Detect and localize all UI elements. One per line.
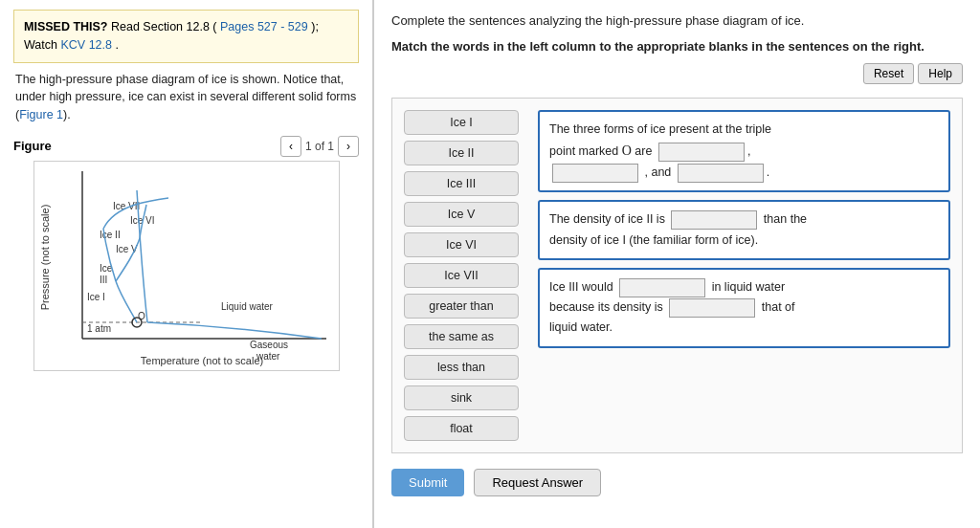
s3-text-b: in liquid water: [712, 280, 785, 294]
figure-description: The high-pressure phase diagram of ice i…: [13, 71, 359, 124]
svg-text:Pressure (not to scale): Pressure (not to scale): [39, 204, 51, 310]
pages-link[interactable]: Pages 527 - 529: [220, 20, 308, 33]
s3-text-a: Ice III would: [549, 280, 613, 294]
left-panel: MISSED THIS? Read Section 12.8 ( Pages 5…: [0, 0, 373, 528]
svg-text:Gaseous: Gaseous: [250, 340, 288, 350]
s3-text-d: that of: [762, 300, 795, 314]
blank-1c[interactable]: [678, 164, 764, 183]
s3-text-c: because its density is: [549, 300, 663, 314]
figure1-link[interactable]: Figure 1: [19, 108, 63, 121]
word-ice-vii[interactable]: Ice VII: [404, 263, 519, 288]
missed-box: MISSED THIS? Read Section 12.8 ( Pages 5…: [13, 10, 359, 63]
blank-1a[interactable]: [658, 143, 745, 162]
blank-1b[interactable]: [552, 164, 638, 183]
sentence-box-1: The three forms of ice present at the tr…: [538, 110, 950, 192]
word-less-than[interactable]: less than: [404, 355, 519, 380]
prev-button[interactable]: ‹: [280, 136, 301, 157]
s2-text-b: than the: [764, 212, 807, 226]
figure-header: Figure ‹ 1 of 1 ›: [13, 136, 359, 157]
nav-count: 1 of 1: [305, 140, 334, 153]
s2-text-a: The density of ice II is: [549, 212, 665, 226]
sentence-box-2: The density of ice II is than the densit…: [538, 200, 950, 260]
top-buttons: Reset Help: [391, 63, 963, 84]
word-same-as[interactable]: the same as: [404, 324, 519, 349]
word-ice-i[interactable]: Ice I: [404, 110, 519, 135]
word-ice-v[interactable]: Ice V: [404, 202, 519, 227]
word-ice-ii[interactable]: Ice II: [404, 141, 519, 165]
svg-text:Ice I: Ice I: [87, 292, 105, 302]
blank-3b[interactable]: [669, 298, 755, 318]
word-ice-vi[interactable]: Ice VI: [404, 232, 519, 257]
s1-text-a: The three forms of ice present at the tr…: [549, 122, 771, 136]
submit-button[interactable]: Submit: [391, 469, 464, 496]
phase-diagram-svg: Pressure (not to scale) Temperature (not…: [34, 162, 340, 371]
reset-button[interactable]: Reset: [863, 63, 914, 84]
next-button[interactable]: ›: [338, 136, 359, 157]
svg-text:1 atm: 1 atm: [87, 323, 111, 334]
svg-text:Ice VII: Ice VII: [113, 201, 140, 211]
blank-2a[interactable]: [671, 210, 757, 230]
blank-3a[interactable]: [619, 278, 705, 297]
bottom-buttons: Submit Request Answer: [391, 469, 963, 496]
phase-diagram: Pressure (not to scale) Temperature (not…: [33, 161, 340, 371]
word-bank: Ice I Ice II Ice III Ice V Ice VI Ice VI…: [404, 110, 519, 441]
s1-symbol: O: [622, 143, 632, 158]
s3-text-e: liquid water.: [549, 320, 612, 334]
missed-read: Read Section 12.8 (: [111, 20, 217, 33]
sentence-box-3: Ice III would in liquid water because it…: [538, 268, 950, 348]
word-greater-than[interactable]: greater than: [404, 294, 519, 319]
svg-text:Ice II: Ice II: [100, 230, 121, 240]
right-panel: Complete the sentences analyzing the hig…: [374, 0, 980, 528]
sentences-area: The three forms of ice present at the tr…: [538, 110, 950, 441]
word-ice-iii[interactable]: Ice III: [404, 171, 519, 196]
instruction-text: Complete the sentences analyzing the hig…: [391, 13, 963, 28]
svg-text:III: III: [100, 275, 107, 285]
instruction-bold: Match the words in the left column to th…: [391, 39, 963, 54]
exercise-area: Ice I Ice II Ice III Ice V Ice VI Ice VI…: [391, 98, 963, 453]
figure-title: Figure: [13, 139, 52, 153]
request-answer-button[interactable]: Request Answer: [474, 469, 601, 496]
s1-text-c: are: [635, 144, 652, 158]
figure-nav: ‹ 1 of 1 ›: [280, 136, 359, 157]
word-sink[interactable]: sink: [404, 385, 519, 410]
svg-text:O: O: [138, 311, 145, 321]
missed-period: .: [115, 38, 118, 52]
figure-section: Figure ‹ 1 of 1 › Pressure (not to scale…: [13, 136, 359, 371]
svg-text:Liquid water: Liquid water: [221, 301, 274, 312]
s2-text-c: density of ice I (the familiar form of i…: [549, 233, 758, 247]
svg-text:Temperature (not to scale): Temperature (not to scale): [140, 355, 262, 366]
kcv-link[interactable]: KCV 12.8: [60, 38, 112, 52]
missed-label: MISSED THIS?: [24, 20, 108, 33]
help-button[interactable]: Help: [918, 63, 963, 84]
s1-text-b: point marked: [549, 144, 618, 158]
s1-text-d: , and: [644, 165, 671, 179]
word-float[interactable]: float: [404, 416, 519, 441]
svg-text:water: water: [256, 351, 280, 362]
